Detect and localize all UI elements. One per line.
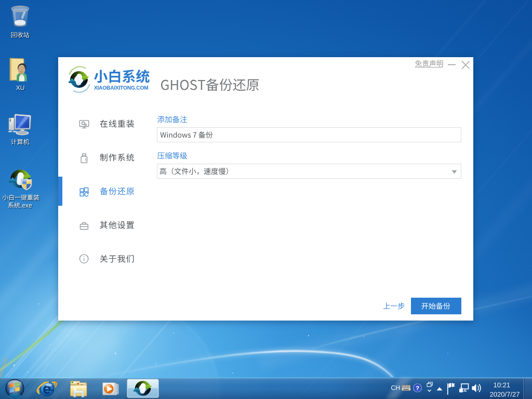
svg-text:?: ? <box>416 385 419 391</box>
